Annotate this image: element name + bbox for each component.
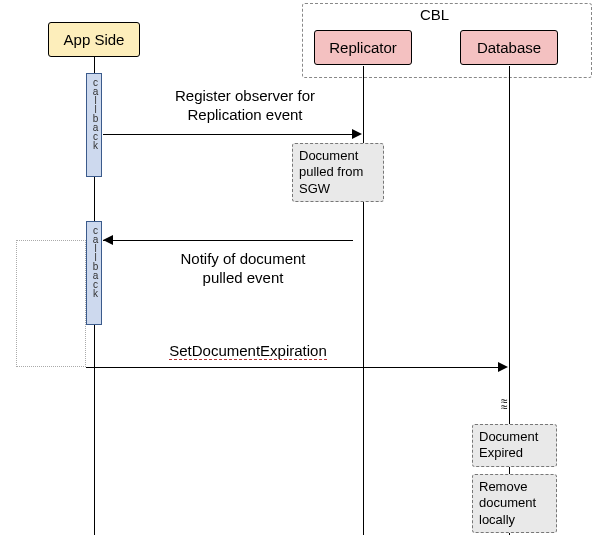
msg-notify-label: Notify of document pulled event [148,250,338,288]
cbl-group-label: CBL [420,6,449,23]
msg-register-label: Register observer for Replication event [135,87,355,125]
note-pulled-from-sgw: Document pulled from SGW [292,143,384,202]
lifeline-replicator [363,66,364,535]
msg-register-arrow-head [352,129,362,139]
msg-register-arrow [103,134,353,135]
activation-callback-1-label: callback [87,74,103,149]
msg-set-expiration-arrow-head [498,362,508,372]
msg-notify-arrow-head [103,235,113,245]
msg-notify-arrow [103,240,353,241]
note-remove-locally: Remove document locally [472,474,557,533]
participant-replicator: Replicator [314,30,412,65]
note-document-expired: Document Expired [472,424,557,467]
activation-callback-1: callback [86,73,102,177]
time-break-mark: ≈≈ [501,398,508,410]
participant-database: Database [460,30,558,65]
msg-set-expiration-label: SetDocumentExpiration [148,342,348,361]
self-return-box [16,240,86,367]
msg-set-expiration-text: SetDocumentExpiration [169,342,327,360]
activation-callback-2-label: callback [87,222,103,297]
activation-callback-2: callback [86,221,102,325]
msg-set-expiration-arrow [86,367,499,368]
participant-app-side: App Side [48,22,140,57]
